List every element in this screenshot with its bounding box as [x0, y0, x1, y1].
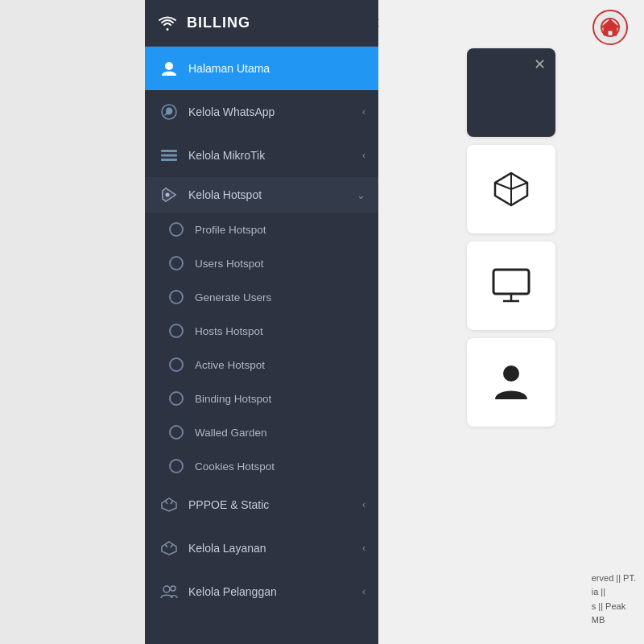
- sub-menu-binding-hotspot[interactable]: Binding Hotspot: [145, 382, 378, 415]
- sub-menu-walled-garden[interactable]: Walled Garden: [145, 415, 378, 449]
- sub-menu-profile-hotspot[interactable]: Profile Hotspot: [145, 213, 378, 246]
- sub-menu-hosts-hotspot[interactable]: Hosts Hotspot: [145, 314, 378, 348]
- close-card-icon[interactable]: ✕: [534, 56, 546, 73]
- svg-point-9: [165, 62, 173, 70]
- radio-hosts-hotspot: [169, 324, 184, 338]
- cookies-hotspot-label: Cookies Hotspot: [195, 460, 275, 473]
- footer-line3: s || Peak: [592, 601, 625, 611]
- halaman-utama-label: Halaman Utama: [188, 62, 365, 75]
- svg-marker-17: [162, 498, 176, 511]
- kelola-hotspot-label: Kelola Hotspot: [188, 188, 357, 201]
- svg-rect-3: [493, 270, 529, 294]
- svg-line-1: [495, 183, 511, 189]
- wifi-icon: [158, 15, 177, 31]
- kelola-hotspot-icon: [158, 187, 180, 203]
- content-card-user: [467, 338, 555, 427]
- content-card-monitor: [467, 242, 555, 330]
- halaman-utama-icon: [158, 57, 180, 80]
- kelola-hotspot-row[interactable]: Kelola Hotspot ⌄: [145, 177, 378, 213]
- hosts-hotspot-label: Hosts Hotspot: [195, 325, 263, 337]
- svg-point-24: [171, 586, 175, 591]
- svg-line-21: [165, 544, 167, 547]
- radio-binding-hotspot: [169, 391, 184, 406]
- kelola-layanan-icon: [158, 537, 180, 559]
- kelola-layanan-label: Kelola Layanan: [188, 542, 359, 555]
- mikrotik-icon: [158, 144, 180, 167]
- kelola-whatsapp-arrow: ‹: [362, 106, 365, 118]
- walled-garden-label: Walled Garden: [195, 427, 267, 439]
- kelola-layanan-arrow: ‹: [362, 543, 365, 554]
- users-hotspot-label: Users Hotspot: [195, 258, 264, 270]
- home-icon: [600, 17, 621, 38]
- user-icon: [493, 362, 529, 402]
- radio-walled-garden: [169, 425, 184, 440]
- menu-item-kelola-layanan[interactable]: Kelola Layanan ‹: [145, 526, 378, 570]
- radio-users-hotspot: [169, 256, 184, 270]
- radio-generate-users: [169, 290, 184, 304]
- box-3d-icon: [491, 169, 531, 209]
- pppoe-static-label: PPPOE & Static: [188, 498, 359, 511]
- kelola-pelanggan-icon: [158, 580, 180, 603]
- menu-item-kelola-pelanggan[interactable]: Kelola Pelanggan ‹: [145, 570, 378, 613]
- menu-item-halaman-utama[interactable]: Halaman Utama: [145, 47, 378, 90]
- content-card-box: [467, 145, 555, 233]
- kelola-mikrotik-arrow: ‹: [362, 150, 365, 161]
- footer-line1: erved || PT.: [592, 573, 636, 583]
- radio-active-hotspot: [169, 357, 184, 372]
- footer-line2: ia ||: [592, 587, 605, 597]
- sub-menu-users-hotspot[interactable]: Users Hotspot: [145, 246, 378, 280]
- svg-marker-20: [162, 542, 176, 555]
- kelola-whatsapp-label: Kelola WhatsApp: [188, 105, 359, 118]
- sidebar: BILLING Halaman Utama Kelola WhatsApp: [145, 0, 378, 644]
- top-right-home-button[interactable]: [592, 10, 628, 45]
- sub-menu-cookies-hotspot[interactable]: Cookies Hotspot: [145, 449, 378, 483]
- content-card-dark: ✕: [467, 48, 555, 137]
- binding-hotspot-label: Binding Hotspot: [195, 393, 271, 405]
- pppoe-static-arrow: ‹: [362, 499, 365, 510]
- kelola-mikrotik-label: Kelola MikroTik: [188, 149, 359, 162]
- kelola-hotspot-arrow: ⌄: [357, 189, 365, 201]
- kelola-pelanggan-arrow: ‹: [362, 586, 365, 597]
- sidebar-header: BILLING: [145, 0, 378, 47]
- menu-item-pppoe-static[interactable]: PPPOE & Static ‹: [145, 483, 378, 526]
- main-content: ✕: [378, 0, 644, 644]
- sub-menu-generate-users[interactable]: Generate Users: [145, 280, 378, 314]
- svg-point-16: [166, 193, 170, 197]
- menu-item-kelola-mikrotik[interactable]: Kelola MikroTik ‹: [145, 134, 378, 177]
- whatsapp-icon: [158, 101, 180, 123]
- radio-profile-hotspot: [169, 222, 184, 237]
- svg-rect-11: [161, 150, 177, 152]
- kelola-pelanggan-label: Kelola Pelanggan: [188, 585, 359, 598]
- svg-point-6: [503, 365, 519, 382]
- svg-rect-13: [161, 159, 177, 161]
- profile-hotspot-label: Profile Hotspot: [195, 224, 266, 236]
- svg-line-18: [165, 501, 167, 504]
- svg-line-22: [171, 544, 173, 547]
- generate-users-label: Generate Users: [195, 291, 271, 303]
- svg-point-23: [163, 586, 170, 592]
- menu-item-kelola-whatsapp[interactable]: Kelola WhatsApp ‹: [145, 90, 378, 134]
- sidebar-title: BILLING: [187, 14, 250, 31]
- sub-menu-active-hotspot[interactable]: Active Hotspot: [145, 348, 378, 382]
- pppoe-icon: [158, 493, 180, 516]
- app-container: ✕ erved |: [0, 0, 644, 644]
- active-hotspot-label: Active Hotspot: [195, 359, 265, 371]
- footer-line4: MB: [592, 615, 605, 625]
- monitor-icon: [491, 267, 531, 304]
- svg-line-19: [171, 501, 173, 504]
- svg-rect-12: [161, 155, 177, 157]
- radio-cookies-hotspot: [169, 459, 184, 473]
- footer-text: erved || PT. ia || s || Peak MB: [592, 572, 636, 628]
